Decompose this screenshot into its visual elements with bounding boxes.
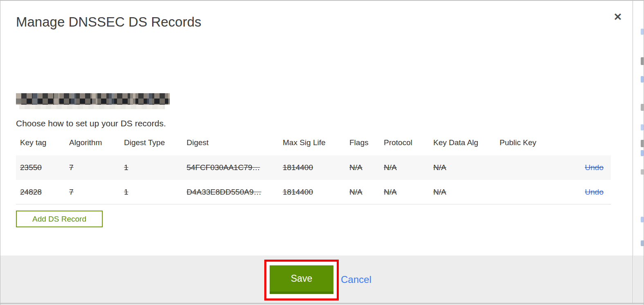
cell-digest-type: 1 — [120, 180, 182, 204]
undo-link[interactable]: Undo — [585, 188, 603, 196]
cell-digest: 54FCF030AA1C79… — [182, 155, 279, 180]
cell-digest-type: 1 — [120, 155, 182, 180]
col-header-protocol: Protocol — [380, 136, 429, 150]
cell-key-tag: 23550 — [16, 155, 65, 180]
page-title: Manage DNSSEC DS Records — [16, 13, 201, 31]
page-fragment — [641, 140, 644, 147]
cancel-link[interactable]: Cancel — [341, 274, 372, 285]
cell-actions: Undo — [553, 155, 611, 180]
redacted-domain-name-shadow — [19, 105, 165, 109]
col-header-max-sig-life: Max Sig Life — [279, 136, 345, 150]
cell-flags: N/A — [345, 155, 380, 180]
table-header-row: Key tag Algorithm Digest Type Digest Max… — [16, 136, 611, 150]
cell-max-sig-life: 1814400 — [279, 155, 345, 180]
ds-records-table: Key tag Algorithm Digest Type Digest Max… — [16, 136, 611, 204]
modal-footer: Save Cancel — [0, 256, 633, 303]
page-fragment — [641, 57, 644, 65]
page-fragment — [641, 124, 644, 130]
col-header-public-key: Public Key — [495, 136, 553, 150]
page-fragment — [641, 76, 644, 83]
col-header-algorithm: Algorithm — [65, 136, 120, 150]
background-page-strip — [633, 1, 644, 303]
cell-flags: N/A — [345, 180, 380, 204]
screen: Manage DNSSEC DS Records ✕ Choose how to… — [0, 0, 644, 305]
close-button[interactable]: ✕ — [611, 10, 625, 24]
cell-algorithm: 7 — [65, 180, 120, 204]
cell-key-data-alg: N/A — [429, 180, 495, 204]
instructions-text: Choose how to set up your DS records. — [16, 118, 166, 129]
col-header-flags: Flags — [345, 136, 380, 150]
page-fragment — [641, 217, 644, 222]
annotation-highlight-box: Save — [264, 260, 339, 301]
table-body: 23550 7 1 54FCF030AA1C79… 1814400 N/A N/… — [16, 155, 611, 204]
cell-protocol: N/A — [380, 180, 429, 204]
close-icon: ✕ — [614, 11, 622, 22]
page-fragment — [641, 150, 644, 156]
cell-protocol: N/A — [380, 155, 429, 180]
cell-key-data-alg: N/A — [429, 155, 495, 180]
col-header-digest-type: Digest Type — [120, 136, 182, 150]
col-header-digest: Digest — [182, 136, 279, 150]
col-header-key-tag: Key tag — [16, 136, 65, 150]
undo-link[interactable]: Undo — [585, 163, 603, 172]
save-button[interactable]: Save — [270, 265, 333, 294]
cell-max-sig-life: 1814400 — [279, 180, 345, 204]
cell-digest: D4A33E8DD550A9… — [182, 180, 279, 204]
add-ds-record-button[interactable]: Add DS Record — [16, 211, 103, 227]
dnssec-modal: Manage DNSSEC DS Records ✕ Choose how to… — [0, 1, 633, 303]
table-row: 23550 7 1 54FCF030AA1C79… 1814400 N/A N/… — [16, 155, 611, 180]
table-row: 24828 7 1 D4A33E8DD550A9… 1814400 N/A N/… — [16, 180, 611, 204]
cell-actions: Undo — [553, 180, 611, 204]
page-fragment — [641, 104, 644, 111]
cell-algorithm: 7 — [65, 155, 120, 180]
cell-key-tag: 24828 — [16, 180, 65, 204]
background-page-footer — [633, 256, 644, 303]
page-fragment — [641, 169, 644, 175]
page-fragment — [641, 29, 644, 35]
redacted-domain-name — [16, 93, 170, 105]
col-header-key-data-alg: Key Data Alg — [429, 136, 495, 150]
modal-bottom-border — [0, 303, 644, 304]
page-fragment — [641, 240, 644, 246]
